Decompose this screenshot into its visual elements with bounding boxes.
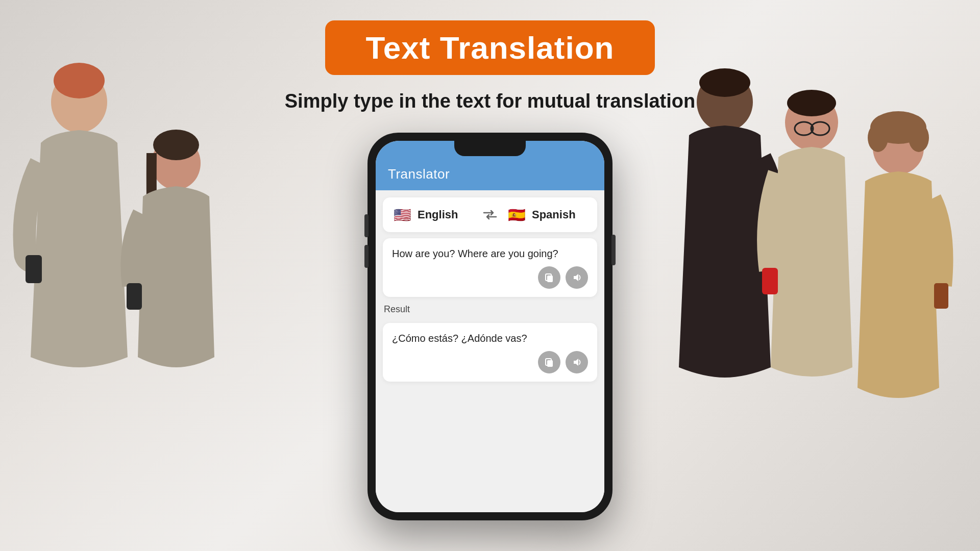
swap-languages-button[interactable] bbox=[480, 210, 500, 220]
speak-result-button[interactable] bbox=[566, 351, 588, 373]
phone-notch bbox=[454, 141, 526, 156]
volume-up-button bbox=[364, 214, 369, 237]
svg-rect-22 bbox=[547, 360, 553, 367]
power-button bbox=[611, 235, 616, 265]
input-text: How are you? Where are you going? bbox=[392, 246, 588, 261]
result-text-box: ¿Cómo estás? ¿Adónde vas? bbox=[383, 323, 597, 382]
source-lang-name: English bbox=[418, 208, 458, 221]
svg-rect-20 bbox=[547, 276, 553, 282]
result-actions bbox=[392, 351, 588, 373]
input-text-box[interactable]: How are you? Where are you going? bbox=[383, 238, 597, 297]
speak-input-button[interactable] bbox=[566, 266, 588, 289]
phone-screen: Translator 🇺🇸 English bbox=[376, 141, 604, 512]
result-label: Result bbox=[383, 303, 597, 317]
page-title: Text Translation bbox=[325, 20, 655, 75]
source-flag: 🇺🇸 bbox=[392, 205, 412, 225]
target-flag: 🇪🇸 bbox=[506, 205, 527, 225]
input-actions bbox=[392, 266, 588, 289]
copy-result-button[interactable] bbox=[538, 351, 560, 373]
copy-input-button[interactable] bbox=[538, 266, 560, 289]
phone-mockup: Translator 🇺🇸 English bbox=[368, 133, 612, 520]
result-text: ¿Cómo estás? ¿Adónde vas? bbox=[392, 331, 588, 346]
source-language[interactable]: 🇺🇸 English bbox=[392, 205, 474, 225]
target-language[interactable]: 🇪🇸 Spanish bbox=[506, 205, 588, 225]
app-body: 🇺🇸 English 🇪🇸 Spanish bbox=[376, 190, 604, 512]
app-title: Translator bbox=[388, 166, 450, 182]
target-lang-name: Spanish bbox=[532, 208, 576, 221]
page-subtitle: Simply type in the text for mutual trans… bbox=[285, 90, 695, 112]
volume-down-button bbox=[364, 245, 369, 268]
language-selector[interactable]: 🇺🇸 English 🇪🇸 Spanish bbox=[383, 197, 597, 232]
